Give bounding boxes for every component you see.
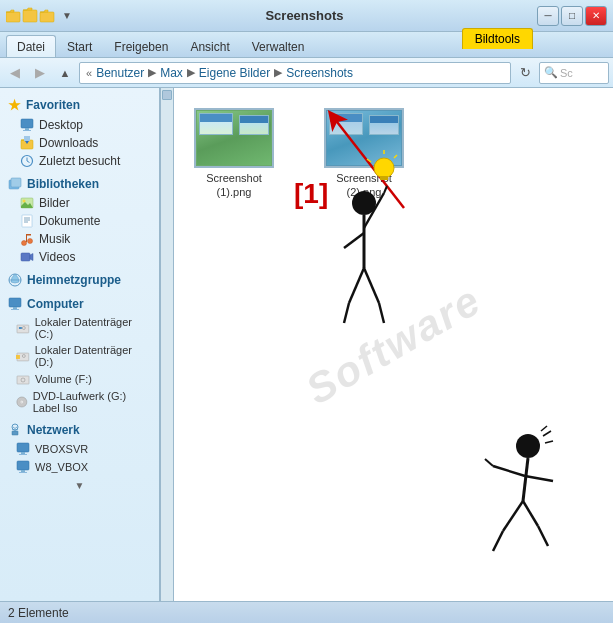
sidebar-scrollbar[interactable] [160, 88, 174, 601]
svg-rect-8 [23, 130, 31, 131]
svg-rect-37 [19, 327, 22, 329]
sidebar-item-bilder[interactable]: Bilder [0, 194, 159, 212]
sidebar-item-w8vbox[interactable]: W8_VBOX [0, 458, 159, 476]
vboxsvr-label: VBOXSVR [35, 443, 88, 455]
svg-line-76 [493, 466, 525, 476]
svg-rect-6 [21, 119, 33, 128]
svg-rect-53 [21, 470, 25, 472]
sidebar-item-downloads[interactable]: Downloads [0, 134, 159, 152]
tab-start[interactable]: Start [56, 35, 103, 57]
path-screenshots[interactable]: Screenshots [286, 66, 353, 80]
svg-line-73 [545, 441, 553, 443]
favorites-header[interactable]: ★ Favoriten [0, 94, 159, 116]
dokumente-label: Dokumente [39, 214, 100, 228]
desktop-icon [20, 118, 34, 132]
downloads-icon [20, 136, 34, 150]
svg-line-15 [27, 161, 30, 163]
sidebar-item-drive-g[interactable]: DVD-Laufwerk (G:) Label Iso [0, 388, 159, 416]
svg-marker-5 [40, 10, 48, 12]
file-grid: Screenshot (1).png Screenshot (2).png [174, 88, 613, 220]
sidebar-item-desktop[interactable]: Desktop [0, 116, 159, 134]
tab-verwalten[interactable]: Verwalten [241, 35, 316, 57]
file-item-2[interactable]: Screenshot (2).png [324, 108, 404, 200]
drive-d-label: Lokaler Datenträger (D:) [35, 344, 151, 368]
dvd-icon [16, 395, 28, 409]
up-button[interactable]: ▲ [54, 62, 76, 84]
svg-rect-28 [26, 234, 31, 236]
svg-rect-50 [21, 452, 25, 454]
sidebar-item-videos[interactable]: Videos [0, 248, 159, 266]
address-path[interactable]: « Benutzer ▶ Max ▶ Eigene Bilder ▶ Scree… [79, 62, 511, 84]
path-chevrons: « [86, 67, 92, 79]
maximize-button[interactable]: □ [561, 6, 583, 26]
search-icon: 🔍 [544, 66, 558, 79]
computer-label: Computer [27, 297, 84, 311]
music-icon [20, 232, 34, 246]
drive-f-label: Volume (F:) [35, 373, 92, 385]
back-button[interactable]: ◀ [4, 62, 26, 84]
svg-rect-2 [23, 10, 37, 22]
content-pane: Screenshot (1).png Screenshot (2).png [174, 88, 613, 601]
svg-rect-29 [21, 253, 30, 261]
address-bar: ◀ ▶ ▲ « Benutzer ▶ Max ▶ Eigene Bilder ▶… [0, 58, 613, 88]
drive-c-label: Lokaler Datenträger (C:) [35, 316, 151, 340]
ribbon-tabs: Datei Start Freigeben Ansicht Verwalten … [0, 32, 613, 58]
sidebar-item-vboxsvr[interactable]: VBOXSVR [0, 440, 159, 458]
tab-freigeben[interactable]: Freigeben [103, 35, 179, 57]
desktop-label: Desktop [39, 118, 83, 132]
svg-marker-30 [30, 254, 33, 261]
path-eigene-bilder[interactable]: Eigene Bilder [199, 66, 270, 80]
svg-line-68 [379, 303, 384, 323]
bilder-label: Bilder [39, 196, 70, 210]
path-max[interactable]: Max [160, 66, 183, 80]
path-benutzer[interactable]: Benutzer [96, 66, 144, 80]
search-placeholder: Sc [560, 67, 573, 79]
refresh-button[interactable]: ↻ [514, 62, 536, 84]
minimize-button[interactable]: ─ [537, 6, 559, 26]
forward-button[interactable]: ▶ [29, 62, 51, 84]
star-icon: ★ [8, 97, 21, 113]
svg-line-72 [543, 431, 551, 436]
libraries-header[interactable]: Bibliotheken [0, 174, 159, 194]
scrollbar-thumb[interactable] [162, 90, 172, 100]
svg-rect-47 [12, 431, 18, 435]
svg-line-80 [493, 531, 503, 551]
svg-rect-7 [25, 128, 29, 130]
folder-icon [6, 6, 58, 26]
svg-point-26 [28, 239, 33, 244]
recent-label: Zuletzt besucht [39, 154, 120, 168]
sidebar-item-recent[interactable]: Zuletzt besucht [0, 152, 159, 170]
svg-line-79 [503, 501, 523, 531]
libraries-icon [8, 177, 22, 191]
svg-rect-54 [19, 472, 27, 473]
pictures-icon [20, 196, 34, 210]
drive-g-label: DVD-Laufwerk (G:) Label Iso [33, 390, 151, 414]
videos-label: Videos [39, 250, 75, 264]
network-section: Netzwerk VBOXSVR W8_VBOX [0, 420, 159, 476]
sidebar-item-drive-f[interactable]: Volume (F:) [0, 370, 159, 388]
tab-datei[interactable]: Datei [6, 35, 56, 57]
computer-header[interactable]: Computer [0, 294, 159, 314]
network-header[interactable]: Netzwerk [0, 420, 159, 440]
favorites-label: Favoriten [26, 98, 80, 112]
file-item-1[interactable]: Screenshot (1).png [194, 108, 274, 200]
path-arrow-3: ▶ [274, 66, 282, 79]
bildtools-tab[interactable]: Bildtools [462, 28, 533, 49]
homegroup-header[interactable]: Heimnetzgruppe [0, 270, 159, 290]
search-box[interactable]: 🔍 Sc [539, 62, 609, 84]
scrollbar-down[interactable]: ▼ [0, 480, 159, 491]
svg-rect-49 [17, 443, 29, 452]
svg-rect-33 [9, 298, 21, 307]
tab-ansicht[interactable]: Ansicht [179, 35, 240, 57]
file-thumbnail-2 [324, 108, 404, 168]
sidebar-item-drive-c[interactable]: Lokaler Datenträger (C:) [0, 314, 159, 342]
sidebar-item-drive-d[interactable]: Lokaler Datenträger (D:) [0, 342, 159, 370]
downloads-label: Downloads [39, 136, 98, 150]
sidebar-item-dokumente[interactable]: Dokumente [0, 212, 159, 230]
close-button[interactable]: ✕ [585, 6, 607, 26]
sidebar-item-musik[interactable]: Musik [0, 230, 159, 248]
svg-rect-4 [40, 12, 54, 22]
title-bar-left: ▼ [6, 6, 72, 26]
homegroup-icon [8, 273, 22, 287]
svg-rect-42 [17, 376, 29, 384]
